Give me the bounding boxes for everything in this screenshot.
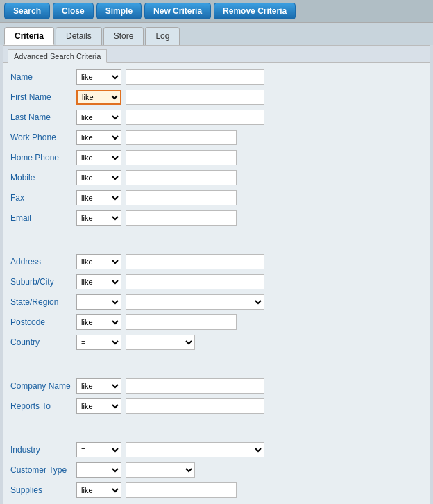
field-row-spacer2 bbox=[10, 354, 423, 371]
field-row-email: Emaillike=!=starts withends withis empty… bbox=[10, 210, 423, 226]
field-row-spacer3 bbox=[10, 418, 423, 435]
toolbar: SearchCloseSimpleNew CriteriaRemove Crit… bbox=[0, 0, 433, 23]
field-row-name: Namelike=!=starts withends withis emptyi… bbox=[10, 69, 423, 85]
operator-home-phone[interactable]: like=!=starts withends withis emptyis no… bbox=[76, 150, 121, 165]
input-fax[interactable] bbox=[126, 190, 237, 205]
operator-first-name[interactable]: like=!=starts withends withis emptyis no… bbox=[76, 90, 121, 105]
label-customer-type: Customer Type bbox=[10, 465, 76, 475]
operator-industry[interactable]: like=!=starts withends withis emptyis no… bbox=[76, 442, 121, 457]
operator-customer-type[interactable]: like=!=starts withends withis emptyis no… bbox=[76, 462, 121, 478]
operator-postcode[interactable]: like=!=starts withends withis emptyis no… bbox=[76, 314, 121, 330]
input-last-name[interactable] bbox=[126, 110, 264, 125]
tab-log[interactable]: Log bbox=[145, 27, 180, 45]
operator-name[interactable]: like=!=starts withends withis emptyis no… bbox=[76, 69, 121, 85]
new-criteria-button[interactable]: New Criteria bbox=[144, 3, 211, 19]
input-address[interactable] bbox=[126, 254, 264, 269]
field-row-customer-type: Customer Typelike=!=starts withends with… bbox=[10, 462, 423, 478]
close-button[interactable]: Close bbox=[53, 3, 94, 19]
input-first-name[interactable] bbox=[126, 90, 264, 105]
input-name[interactable] bbox=[126, 69, 264, 85]
operator-suburb-city[interactable]: like=!=starts withends withis emptyis no… bbox=[76, 274, 121, 289]
label-fax: Fax bbox=[10, 193, 76, 203]
label-reports-to: Reports To bbox=[10, 401, 76, 411]
operator-fax[interactable]: like=!=starts withends withis emptyis no… bbox=[76, 190, 121, 205]
input-email[interactable] bbox=[126, 210, 237, 226]
field-row-country: Countrylike=!=starts withends withis emp… bbox=[10, 334, 423, 351]
input-supplies[interactable] bbox=[126, 482, 237, 498]
input-reports-to[interactable] bbox=[126, 398, 264, 414]
form-area: Namelike=!=starts withends withis emptyi… bbox=[3, 63, 430, 504]
operator-email[interactable]: like=!=starts withends withis emptyis no… bbox=[76, 210, 121, 226]
operator-address[interactable]: like=!=starts withends withis emptyis no… bbox=[76, 254, 121, 269]
label-country: Country bbox=[10, 337, 76, 347]
field-row-home-phone: Home Phonelike=!=starts withends withis … bbox=[10, 149, 423, 166]
field-row-supplies: Supplieslike=!=starts withends withis em… bbox=[10, 482, 423, 498]
input-mobile[interactable] bbox=[126, 170, 237, 185]
operator-supplies[interactable]: like=!=starts withends withis emptyis no… bbox=[76, 482, 121, 498]
field-row-reports-to: Reports Tolike=!=starts withends withis … bbox=[10, 398, 423, 414]
remove-criteria-button[interactable]: Remove Criteria bbox=[214, 3, 296, 19]
simple-button[interactable]: Simple bbox=[96, 3, 142, 19]
operator-company-name[interactable]: like=!=starts withends withis emptyis no… bbox=[76, 378, 121, 394]
field-row-suburb-city: Suburb/Citylike=!=starts withends withis… bbox=[10, 274, 423, 290]
tab-details[interactable]: Details bbox=[56, 27, 102, 45]
sub-tab-bar: Advanced Search Criteria bbox=[3, 46, 430, 63]
label-supplies: Supplies bbox=[10, 485, 76, 495]
label-suburb-city: Suburb/City bbox=[10, 277, 76, 287]
operator-reports-to[interactable]: like=!=starts withends withis emptyis no… bbox=[76, 398, 121, 414]
field-row-postcode: Postcodelike=!=starts withends withis em… bbox=[10, 314, 423, 330]
field-row-mobile: Mobilelike=!=starts withends withis empt… bbox=[10, 169, 423, 186]
label-postcode: Postcode bbox=[10, 317, 76, 327]
search-button[interactable]: Search bbox=[4, 3, 50, 19]
label-email: Email bbox=[10, 213, 76, 223]
field-row-fax: Faxlike=!=starts withends withis emptyis… bbox=[10, 190, 423, 206]
tab-store[interactable]: Store bbox=[103, 27, 144, 45]
input-home-phone[interactable] bbox=[126, 150, 237, 165]
label-industry: Industry bbox=[10, 445, 76, 455]
field-row-last-name: Last Namelike=!=starts withends withis e… bbox=[10, 109, 423, 126]
label-last-name: Last Name bbox=[10, 112, 76, 122]
operator-mobile[interactable]: like=!=starts withends withis emptyis no… bbox=[76, 170, 121, 185]
field-row-state-region: State/Regionlike=!=starts withends withi… bbox=[10, 294, 423, 310]
operator-state-region[interactable]: like=!=starts withends withis emptyis no… bbox=[76, 294, 121, 310]
operator-last-name[interactable]: like=!=starts withends withis emptyis no… bbox=[76, 110, 121, 125]
field-row-address: Addresslike=!=starts withends withis emp… bbox=[10, 253, 423, 270]
input-company-name[interactable] bbox=[126, 378, 264, 394]
sub-tab-label: Advanced Search Criteria bbox=[8, 49, 107, 63]
field-row-first-name: First Namelike=!=starts withends withis … bbox=[10, 89, 423, 106]
label-state-region: State/Region bbox=[10, 297, 76, 307]
field-row-spacer1 bbox=[10, 230, 423, 246]
field-row-work-phone: Work Phonelike=!=starts withends withis … bbox=[10, 129, 423, 146]
label-name: Name bbox=[10, 72, 76, 82]
label-company-name: Company Name bbox=[10, 381, 76, 391]
input-postcode[interactable] bbox=[126, 314, 237, 330]
label-address: Address bbox=[10, 257, 76, 267]
select-country[interactable] bbox=[126, 335, 195, 350]
label-mobile: Mobile bbox=[10, 173, 76, 183]
tabs-row: CriteriaDetailsStoreLog bbox=[0, 23, 433, 45]
field-row-industry: Industrylike=!=starts withends withis em… bbox=[10, 442, 423, 458]
label-work-phone: Work Phone bbox=[10, 133, 76, 142]
tab-criteria[interactable]: Criteria bbox=[4, 27, 54, 45]
input-work-phone[interactable] bbox=[126, 130, 237, 145]
select-customer-type[interactable] bbox=[126, 462, 195, 478]
field-row-company-name: Company Namelike=!=starts withends withi… bbox=[10, 378, 423, 394]
select-industry[interactable] bbox=[126, 442, 264, 457]
label-home-phone: Home Phone bbox=[10, 153, 76, 162]
label-first-name: First Name bbox=[10, 92, 76, 102]
operator-work-phone[interactable]: like=!=starts withends withis emptyis no… bbox=[76, 130, 121, 145]
select-state-region[interactable] bbox=[126, 294, 264, 310]
input-suburb-city[interactable] bbox=[126, 274, 264, 289]
operator-country[interactable]: like=!=starts withends withis emptyis no… bbox=[76, 335, 121, 350]
main-panel: Advanced Search Criteria Namelike=!=star… bbox=[3, 45, 430, 504]
